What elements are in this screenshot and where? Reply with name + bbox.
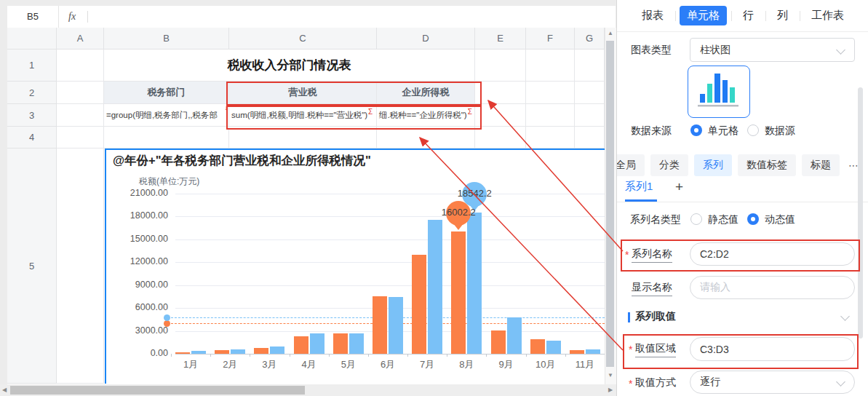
value-area-label: 取值区域 bbox=[635, 342, 676, 357]
scroll-left-icon[interactable]: ◀ bbox=[2, 387, 7, 393]
bar-营业税-9月 bbox=[491, 330, 506, 354]
cell-F2[interactable] bbox=[526, 82, 575, 104]
radio-static-label[interactable]: 静态值 bbox=[708, 213, 738, 226]
add-series-button[interactable]: + bbox=[675, 179, 683, 195]
value-mode-value: 逐行 bbox=[700, 376, 720, 389]
average-line-企业所得税 bbox=[171, 317, 605, 318]
cell-C2[interactable]: 营业税 bbox=[229, 82, 377, 104]
collapse-chevron-icon[interactable] bbox=[840, 312, 850, 321]
column-header-B[interactable]: B bbox=[104, 28, 229, 50]
cell-C4[interactable] bbox=[229, 127, 377, 148]
row-header-2[interactable]: 2 bbox=[7, 82, 57, 104]
cell-B1-title[interactable]: 税收收入分部门情况表 bbox=[104, 50, 475, 82]
cell-F3[interactable] bbox=[526, 104, 575, 127]
column-header-F[interactable]: F bbox=[526, 28, 575, 50]
cell-A1[interactable] bbox=[57, 50, 104, 82]
sum-sigma-icon: Σ bbox=[468, 108, 472, 116]
tab-series-1[interactable]: 系列1 bbox=[625, 180, 657, 202]
x-axis-label: 3月 bbox=[252, 358, 287, 370]
bar-企业所得税-2月 bbox=[231, 349, 245, 354]
row-header-1[interactable]: 1 bbox=[7, 50, 57, 82]
panel-tab-4[interactable]: 列 bbox=[770, 6, 795, 25]
panel-tab-5[interactable]: 工作表 bbox=[804, 6, 851, 25]
radio-static-value[interactable] bbox=[690, 213, 702, 225]
cell-G2[interactable] bbox=[575, 82, 605, 104]
radio-dynamic-label[interactable]: 动态值 bbox=[765, 213, 795, 226]
cell-B4[interactable] bbox=[104, 127, 229, 148]
scroll-down-icon[interactable]: ▼ bbox=[608, 373, 613, 379]
cell-F1[interactable] bbox=[526, 50, 575, 82]
cell-G1[interactable] bbox=[575, 50, 605, 82]
series-name-type-label: 系列名类型 bbox=[630, 213, 681, 226]
x-axis-tick bbox=[250, 354, 250, 357]
display-name-input[interactable]: 请输入 bbox=[690, 276, 855, 299]
chart-title: @年份+"年各税务部门营业税和企业所得税情况" bbox=[113, 153, 371, 169]
panel-tab-1[interactable]: 报表 bbox=[634, 6, 671, 25]
horizontal-scrollbar-thumb[interactable] bbox=[10, 386, 305, 395]
vertical-scrollbar-thumb[interactable] bbox=[606, 41, 614, 367]
row-header-5[interactable]: 5 bbox=[7, 148, 57, 384]
bar-企业所得税-6月 bbox=[389, 297, 403, 354]
bar-chart-icon bbox=[688, 66, 749, 117]
cell-G4[interactable] bbox=[575, 127, 605, 148]
chart-settings-tab-2[interactable]: 分类 bbox=[650, 154, 688, 176]
cell-E4[interactable] bbox=[475, 127, 526, 148]
column-header-D[interactable]: D bbox=[377, 28, 475, 50]
x-axis-label: 1月 bbox=[173, 358, 208, 370]
value-mode-select[interactable]: 逐行 bbox=[690, 371, 855, 394]
tab-separator bbox=[765, 11, 766, 21]
cell-A5[interactable] bbox=[57, 148, 104, 384]
column-header-E[interactable]: E bbox=[475, 28, 526, 50]
cell-A4[interactable] bbox=[57, 127, 104, 148]
radio-cell-label[interactable]: 单元格 bbox=[708, 124, 738, 138]
panel-tab-2[interactable]: 单元格 bbox=[680, 6, 727, 25]
chart-type-select[interactable]: 柱状图 bbox=[690, 38, 855, 62]
scroll-up-icon[interactable]: ▲ bbox=[608, 31, 613, 36]
cell-D4[interactable] bbox=[377, 127, 475, 148]
column-header-G[interactable]: G bbox=[575, 28, 605, 50]
bar-chart-thumbnail-button[interactable] bbox=[688, 66, 750, 118]
spreadsheet-area: B5 fx ABCDEFG12345税收收入分部门情况表税务部门营业税企业所得税… bbox=[0, 0, 616, 396]
cell-D2[interactable]: 企业所得税 bbox=[377, 82, 475, 104]
column-header-A[interactable]: A bbox=[57, 28, 104, 50]
column-header-C[interactable]: C bbox=[229, 28, 377, 50]
average-line-营业税 bbox=[171, 323, 605, 324]
cell-A3[interactable] bbox=[57, 104, 104, 127]
panel-tab-3[interactable]: 行 bbox=[736, 6, 761, 25]
row-header-3[interactable]: 3 bbox=[7, 104, 57, 127]
sum-sigma-icon: Σ bbox=[368, 108, 373, 116]
radio-datasource[interactable] bbox=[747, 124, 759, 136]
panel-scrollbar-thumb[interactable] bbox=[858, 87, 863, 338]
radio-cell[interactable] bbox=[690, 124, 702, 136]
cell-A2[interactable] bbox=[57, 82, 104, 104]
x-axis-tick bbox=[407, 354, 408, 357]
radio-datasource-label[interactable]: 数据源 bbox=[765, 124, 795, 138]
x-axis-tick bbox=[171, 354, 172, 357]
radio-dynamic-value[interactable] bbox=[747, 213, 759, 225]
bar-营业税-5月 bbox=[333, 333, 348, 354]
series-name-input[interactable]: C2:D2 bbox=[690, 242, 855, 266]
cell-B2[interactable]: 税务部门 bbox=[104, 82, 229, 104]
row-header-4[interactable]: 4 bbox=[7, 127, 57, 148]
cell-C3[interactable]: sum(明细,税额,明细.税种=="营业税")Σ bbox=[229, 104, 377, 127]
chart-cell[interactable]: @年份+"年各税务部门营业税和企业所得税情况" 税额(单位:万元) 0.0030… bbox=[105, 148, 604, 384]
chart-settings-tab-3[interactable]: 系列 bbox=[694, 154, 732, 176]
x-axis-label: 5月 bbox=[331, 358, 366, 370]
data-label: 18542.2 bbox=[442, 188, 507, 199]
chart-settings-tab-5[interactable]: 标题 bbox=[802, 154, 840, 176]
x-axis-label: 7月 bbox=[410, 358, 445, 370]
bar-企业所得税-8月 bbox=[467, 213, 482, 354]
chart-settings-tab-1[interactable]: 全局 bbox=[616, 154, 645, 176]
cell-G3[interactable] bbox=[575, 104, 605, 127]
cell-D3[interactable]: 细.税种=="企业所得税")Σ bbox=[377, 104, 475, 127]
value-area-input[interactable]: C3:D3 bbox=[690, 337, 855, 361]
bar-企业所得税-5月 bbox=[349, 333, 364, 354]
chart-settings-tab-4[interactable]: 数值标签 bbox=[738, 154, 796, 176]
cell-E1[interactable] bbox=[475, 50, 526, 82]
gridline bbox=[175, 216, 605, 217]
cell-F4[interactable] bbox=[526, 127, 575, 148]
cell-E2[interactable] bbox=[475, 82, 526, 104]
cell-E3[interactable] bbox=[475, 104, 526, 127]
scroll-right-icon[interactable]: ▶ bbox=[608, 387, 613, 393]
cell-B3[interactable]: =group(明细,税务部门,,税务部↓ bbox=[104, 104, 229, 127]
